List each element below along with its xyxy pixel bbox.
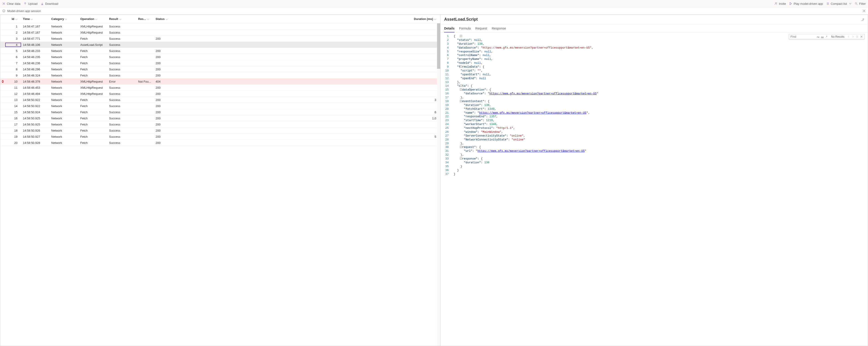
compact-list-button[interactable]: Compact list xyxy=(826,2,852,5)
find-in-selection-icon[interactable] xyxy=(856,35,859,38)
fold-icon[interactable]: − xyxy=(460,65,462,67)
svg-point-1 xyxy=(855,2,857,4)
svg-point-0 xyxy=(775,2,776,3)
table-row[interactable]: 1514:58:50.924NetworkFetchSuccess2006 xyxy=(0,109,440,115)
fold-icon[interactable]: − xyxy=(460,157,462,160)
table-row[interactable]: 114:58:47.167NetworkXMLHttpRequestSucces… xyxy=(0,23,440,29)
cell-category: Network xyxy=(50,67,79,71)
invite-button[interactable]: Invite xyxy=(774,2,786,5)
whole-word-icon[interactable]: Abl xyxy=(821,35,824,38)
cell-id: 5 xyxy=(5,49,21,53)
cell-id: 10 xyxy=(5,80,21,83)
code-line: 5 "responseSize": null, xyxy=(440,50,868,54)
clear-data-button[interactable]: Clear data xyxy=(2,2,21,5)
table-row[interactable]: 1214:58:48.494NetworkXMLHttpRequestSucce… xyxy=(0,91,440,97)
next-match-icon[interactable] xyxy=(851,35,855,38)
code-line: 11 "spanStart": null, xyxy=(440,73,868,77)
table-row[interactable]: 714:58:48.236NetworkFetchSuccess200 xyxy=(0,60,440,66)
table-row[interactable]: 1714:58:50.925NetworkFetchSuccess200 xyxy=(0,121,440,127)
table-row[interactable]: 314:58:47.771NetworkFetchSuccess200 xyxy=(0,36,440,42)
col-res2[interactable]: Res... xyxy=(136,17,154,21)
fold-icon[interactable]: − xyxy=(460,85,462,87)
col-status[interactable]: Status xyxy=(154,17,186,21)
table-row[interactable]: 514:58:48.233NetworkFetchSuccess200 xyxy=(0,48,440,54)
cell-id: 17 xyxy=(5,123,21,126)
tab-request[interactable]: Request xyxy=(475,24,487,32)
col-operation[interactable]: Operation xyxy=(79,17,107,21)
regex-icon[interactable]: .* xyxy=(825,35,828,38)
col-category[interactable]: Category xyxy=(50,17,79,21)
cell-operation: XMLHttpRequest xyxy=(79,25,107,28)
fold-icon[interactable]: − xyxy=(460,88,462,90)
find-input[interactable] xyxy=(790,35,815,38)
cell-result: Success xyxy=(107,49,136,53)
cell-time: 14:58:47.771 xyxy=(21,37,50,40)
table-row[interactable]: 1614:58:50.925NetworkFetchSuccess2001,0 xyxy=(0,115,440,121)
grid-header: Id Time Category Operation Result Res...… xyxy=(0,15,440,23)
cell-time: 14:58:48.494 xyxy=(21,92,50,95)
cell-result: Success xyxy=(107,123,136,126)
cell-id: 3 xyxy=(5,37,21,40)
scrollbar-thumb[interactable] xyxy=(437,23,440,69)
col-id[interactable]: Id xyxy=(5,17,21,21)
cell-time: 14:58:48.233 xyxy=(21,49,50,53)
info-icon xyxy=(2,9,5,12)
cell-category: Network xyxy=(50,141,79,145)
code-line: 36 } xyxy=(440,169,868,172)
cell-operation: Fetch xyxy=(79,129,107,132)
filter-button[interactable]: Filter xyxy=(855,2,866,5)
table-row[interactable]: 214:58:47.167NetworkXMLHttpRequestSucces… xyxy=(0,29,440,36)
error-badge-icon: ✕ xyxy=(2,80,4,83)
upload-button[interactable]: Upload xyxy=(24,2,37,5)
table-row[interactable]: 1314:58:50.922NetworkFetchSuccess2003 xyxy=(0,97,440,103)
detail-body: Aa Abl .* No Results 1−{2 "status": null… xyxy=(440,33,868,346)
fold-icon[interactable]: − xyxy=(460,100,462,102)
search-icon xyxy=(855,2,858,5)
cell-id: 11 xyxy=(5,86,21,89)
prev-match-icon[interactable] xyxy=(847,35,850,38)
tab-response[interactable]: Response xyxy=(492,24,506,32)
tab-formula[interactable]: Formula xyxy=(459,24,471,32)
expand-icon[interactable] xyxy=(861,18,864,21)
fold-icon[interactable]: − xyxy=(460,146,462,148)
session-close-button[interactable] xyxy=(863,9,866,12)
tab-details[interactable]: Details xyxy=(444,24,455,32)
table-row[interactable]: 1814:58:50.926NetworkFetchSuccess200 xyxy=(0,127,440,134)
cell-result: Success xyxy=(107,135,136,138)
cell-category: Network xyxy=(50,55,79,59)
cell-id: 6 xyxy=(5,55,21,59)
cell-category: Network xyxy=(50,98,79,102)
table-row[interactable]: 614:58:48.235NetworkFetchSuccess200 xyxy=(0,54,440,60)
events-grid: Id Time Category Operation Result Res...… xyxy=(0,15,440,346)
col-result[interactable]: Result xyxy=(107,17,136,21)
col-time[interactable]: Time xyxy=(21,17,50,21)
play-button[interactable]: Play model-driven app xyxy=(789,2,823,5)
cell-time: 14:58:47.167 xyxy=(21,31,50,34)
detail-header: AssetLoad.Script xyxy=(440,15,868,24)
table-row[interactable]: 414:58:48.106NetworkAssetLoad.ScriptSucc… xyxy=(0,42,440,48)
clear-label: Clear data xyxy=(7,2,21,5)
json-viewer[interactable]: 1−{2 "status": null,3 "duration": 138,4 … xyxy=(440,33,868,346)
table-row[interactable]: 914:58:48.324NetworkFetchSuccess200 xyxy=(0,73,440,79)
table-row[interactable]: 2014:58:50.928NetworkFetchSuccess200 xyxy=(0,140,440,146)
col-duration[interactable]: Duration (ms) xyxy=(186,17,440,21)
cell-category: Network xyxy=(50,80,79,83)
cell-result: Success xyxy=(107,61,136,65)
table-row[interactable]: 1414:58:50.922NetworkFetchSuccess200 xyxy=(0,103,440,109)
table-row[interactable]: 1114:58:48.453NetworkXMLHttpRequestSucce… xyxy=(0,85,440,91)
grid-body[interactable]: 114:58:47.167NetworkXMLHttpRequestSucces… xyxy=(0,23,440,346)
cell-time: 14:58:48.236 xyxy=(21,61,50,65)
table-row[interactable]: 1914:58:50.927NetworkFetchSuccess2005 xyxy=(0,134,440,140)
cell-operation: Fetch xyxy=(79,74,107,77)
download-button[interactable]: Download xyxy=(40,2,58,5)
fold-icon[interactable]: − xyxy=(460,35,462,37)
table-row[interactable]: 814:58:48.296NetworkFetchSuccess200 xyxy=(0,66,440,73)
match-case-icon[interactable]: Aa xyxy=(817,35,820,38)
close-find-icon[interactable] xyxy=(860,35,863,38)
cell-status: 404 xyxy=(154,80,186,83)
cell-status: 200 xyxy=(154,74,186,77)
cell-category: Network xyxy=(50,111,79,114)
list-icon xyxy=(826,2,830,5)
scrollbar-track[interactable] xyxy=(437,23,440,346)
table-row[interactable]: ✕1014:58:48.378NetworkXMLHttpRequestErro… xyxy=(0,79,440,85)
